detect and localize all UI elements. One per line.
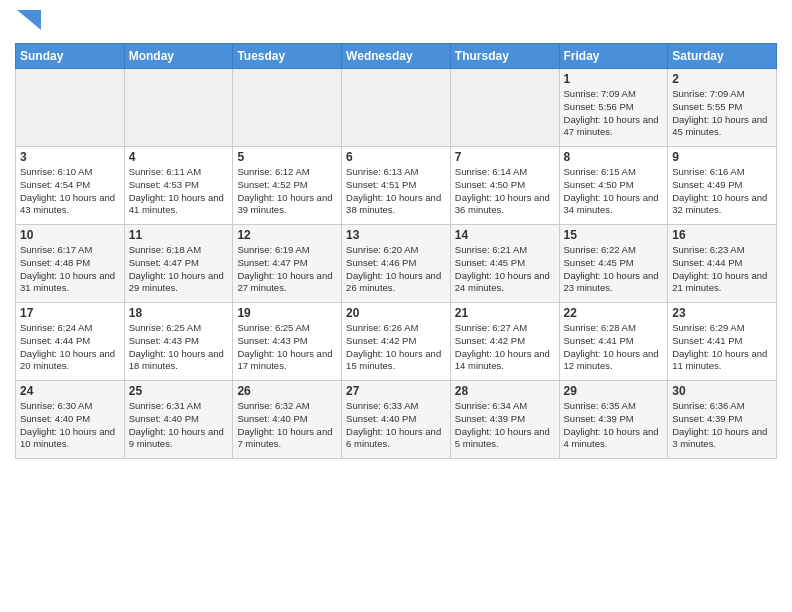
calendar-cell: 28Sunrise: 6:34 AM Sunset: 4:39 PM Dayli… (450, 381, 559, 459)
calendar-cell: 10Sunrise: 6:17 AM Sunset: 4:48 PM Dayli… (16, 225, 125, 303)
day-number: 16 (672, 228, 772, 242)
day-number: 29 (564, 384, 664, 398)
day-info: Sunrise: 6:26 AM Sunset: 4:42 PM Dayligh… (346, 322, 446, 373)
calendar-week-row: 1Sunrise: 7:09 AM Sunset: 5:56 PM Daylig… (16, 69, 777, 147)
day-of-week-header: Tuesday (233, 44, 342, 69)
logo (15, 10, 39, 35)
day-number: 20 (346, 306, 446, 320)
day-of-week-header: Friday (559, 44, 668, 69)
calendar-cell: 24Sunrise: 6:30 AM Sunset: 4:40 PM Dayli… (16, 381, 125, 459)
day-info: Sunrise: 6:25 AM Sunset: 4:43 PM Dayligh… (237, 322, 337, 373)
calendar-cell: 6Sunrise: 6:13 AM Sunset: 4:51 PM Daylig… (342, 147, 451, 225)
day-info: Sunrise: 6:18 AM Sunset: 4:47 PM Dayligh… (129, 244, 229, 295)
day-info: Sunrise: 6:30 AM Sunset: 4:40 PM Dayligh… (20, 400, 120, 451)
day-of-week-header: Saturday (668, 44, 777, 69)
calendar-cell: 13Sunrise: 6:20 AM Sunset: 4:46 PM Dayli… (342, 225, 451, 303)
day-info: Sunrise: 6:16 AM Sunset: 4:49 PM Dayligh… (672, 166, 772, 217)
day-info: Sunrise: 6:32 AM Sunset: 4:40 PM Dayligh… (237, 400, 337, 451)
day-info: Sunrise: 6:34 AM Sunset: 4:39 PM Dayligh… (455, 400, 555, 451)
day-number: 13 (346, 228, 446, 242)
calendar-cell: 15Sunrise: 6:22 AM Sunset: 4:45 PM Dayli… (559, 225, 668, 303)
day-info: Sunrise: 6:28 AM Sunset: 4:41 PM Dayligh… (564, 322, 664, 373)
calendar-cell: 8Sunrise: 6:15 AM Sunset: 4:50 PM Daylig… (559, 147, 668, 225)
day-number: 7 (455, 150, 555, 164)
day-info: Sunrise: 6:24 AM Sunset: 4:44 PM Dayligh… (20, 322, 120, 373)
day-info: Sunrise: 6:15 AM Sunset: 4:50 PM Dayligh… (564, 166, 664, 217)
calendar-cell: 27Sunrise: 6:33 AM Sunset: 4:40 PM Dayli… (342, 381, 451, 459)
calendar-cell: 29Sunrise: 6:35 AM Sunset: 4:39 PM Dayli… (559, 381, 668, 459)
calendar-table: SundayMondayTuesdayWednesdayThursdayFrid… (15, 43, 777, 459)
day-info: Sunrise: 6:36 AM Sunset: 4:39 PM Dayligh… (672, 400, 772, 451)
calendar-cell: 4Sunrise: 6:11 AM Sunset: 4:53 PM Daylig… (124, 147, 233, 225)
day-info: Sunrise: 6:35 AM Sunset: 4:39 PM Dayligh… (564, 400, 664, 451)
calendar-cell (342, 69, 451, 147)
calendar-week-row: 3Sunrise: 6:10 AM Sunset: 4:54 PM Daylig… (16, 147, 777, 225)
day-number: 27 (346, 384, 446, 398)
calendar-cell: 22Sunrise: 6:28 AM Sunset: 4:41 PM Dayli… (559, 303, 668, 381)
calendar-cell: 2Sunrise: 7:09 AM Sunset: 5:55 PM Daylig… (668, 69, 777, 147)
calendar-cell: 30Sunrise: 6:36 AM Sunset: 4:39 PM Dayli… (668, 381, 777, 459)
day-number: 18 (129, 306, 229, 320)
day-number: 9 (672, 150, 772, 164)
day-number: 23 (672, 306, 772, 320)
calendar-cell: 14Sunrise: 6:21 AM Sunset: 4:45 PM Dayli… (450, 225, 559, 303)
day-info: Sunrise: 6:17 AM Sunset: 4:48 PM Dayligh… (20, 244, 120, 295)
day-info: Sunrise: 6:23 AM Sunset: 4:44 PM Dayligh… (672, 244, 772, 295)
calendar-cell: 11Sunrise: 6:18 AM Sunset: 4:47 PM Dayli… (124, 225, 233, 303)
calendar-cell (233, 69, 342, 147)
day-info: Sunrise: 6:25 AM Sunset: 4:43 PM Dayligh… (129, 322, 229, 373)
day-number: 14 (455, 228, 555, 242)
calendar-cell (124, 69, 233, 147)
day-number: 26 (237, 384, 337, 398)
day-number: 6 (346, 150, 446, 164)
day-info: Sunrise: 6:27 AM Sunset: 4:42 PM Dayligh… (455, 322, 555, 373)
logo-icon (17, 10, 41, 30)
calendar-cell: 12Sunrise: 6:19 AM Sunset: 4:47 PM Dayli… (233, 225, 342, 303)
day-info: Sunrise: 6:12 AM Sunset: 4:52 PM Dayligh… (237, 166, 337, 217)
calendar-cell: 9Sunrise: 6:16 AM Sunset: 4:49 PM Daylig… (668, 147, 777, 225)
calendar-cell: 25Sunrise: 6:31 AM Sunset: 4:40 PM Dayli… (124, 381, 233, 459)
day-number: 25 (129, 384, 229, 398)
page-header (15, 10, 777, 35)
calendar-cell (16, 69, 125, 147)
calendar-cell: 7Sunrise: 6:14 AM Sunset: 4:50 PM Daylig… (450, 147, 559, 225)
day-number: 4 (129, 150, 229, 164)
day-number: 2 (672, 72, 772, 86)
day-info: Sunrise: 7:09 AM Sunset: 5:56 PM Dayligh… (564, 88, 664, 139)
day-of-week-header: Wednesday (342, 44, 451, 69)
calendar-cell: 26Sunrise: 6:32 AM Sunset: 4:40 PM Dayli… (233, 381, 342, 459)
calendar-week-row: 24Sunrise: 6:30 AM Sunset: 4:40 PM Dayli… (16, 381, 777, 459)
calendar-week-row: 10Sunrise: 6:17 AM Sunset: 4:48 PM Dayli… (16, 225, 777, 303)
calendar-cell: 19Sunrise: 6:25 AM Sunset: 4:43 PM Dayli… (233, 303, 342, 381)
day-number: 24 (20, 384, 120, 398)
day-info: Sunrise: 6:11 AM Sunset: 4:53 PM Dayligh… (129, 166, 229, 217)
calendar-cell (450, 69, 559, 147)
day-number: 3 (20, 150, 120, 164)
day-info: Sunrise: 6:20 AM Sunset: 4:46 PM Dayligh… (346, 244, 446, 295)
day-number: 5 (237, 150, 337, 164)
day-number: 21 (455, 306, 555, 320)
calendar-cell: 17Sunrise: 6:24 AM Sunset: 4:44 PM Dayli… (16, 303, 125, 381)
svg-marker-0 (17, 10, 41, 30)
calendar-week-row: 17Sunrise: 6:24 AM Sunset: 4:44 PM Dayli… (16, 303, 777, 381)
calendar-header-row: SundayMondayTuesdayWednesdayThursdayFrid… (16, 44, 777, 69)
day-number: 19 (237, 306, 337, 320)
day-of-week-header: Thursday (450, 44, 559, 69)
day-number: 8 (564, 150, 664, 164)
day-info: Sunrise: 6:13 AM Sunset: 4:51 PM Dayligh… (346, 166, 446, 217)
calendar-cell: 3Sunrise: 6:10 AM Sunset: 4:54 PM Daylig… (16, 147, 125, 225)
day-number: 10 (20, 228, 120, 242)
day-info: Sunrise: 6:21 AM Sunset: 4:45 PM Dayligh… (455, 244, 555, 295)
calendar-cell: 16Sunrise: 6:23 AM Sunset: 4:44 PM Dayli… (668, 225, 777, 303)
day-info: Sunrise: 6:10 AM Sunset: 4:54 PM Dayligh… (20, 166, 120, 217)
day-info: Sunrise: 6:19 AM Sunset: 4:47 PM Dayligh… (237, 244, 337, 295)
day-number: 1 (564, 72, 664, 86)
calendar-cell: 20Sunrise: 6:26 AM Sunset: 4:42 PM Dayli… (342, 303, 451, 381)
day-number: 15 (564, 228, 664, 242)
day-info: Sunrise: 6:14 AM Sunset: 4:50 PM Dayligh… (455, 166, 555, 217)
day-number: 17 (20, 306, 120, 320)
day-number: 12 (237, 228, 337, 242)
day-number: 30 (672, 384, 772, 398)
calendar-cell: 1Sunrise: 7:09 AM Sunset: 5:56 PM Daylig… (559, 69, 668, 147)
calendar-cell: 18Sunrise: 6:25 AM Sunset: 4:43 PM Dayli… (124, 303, 233, 381)
